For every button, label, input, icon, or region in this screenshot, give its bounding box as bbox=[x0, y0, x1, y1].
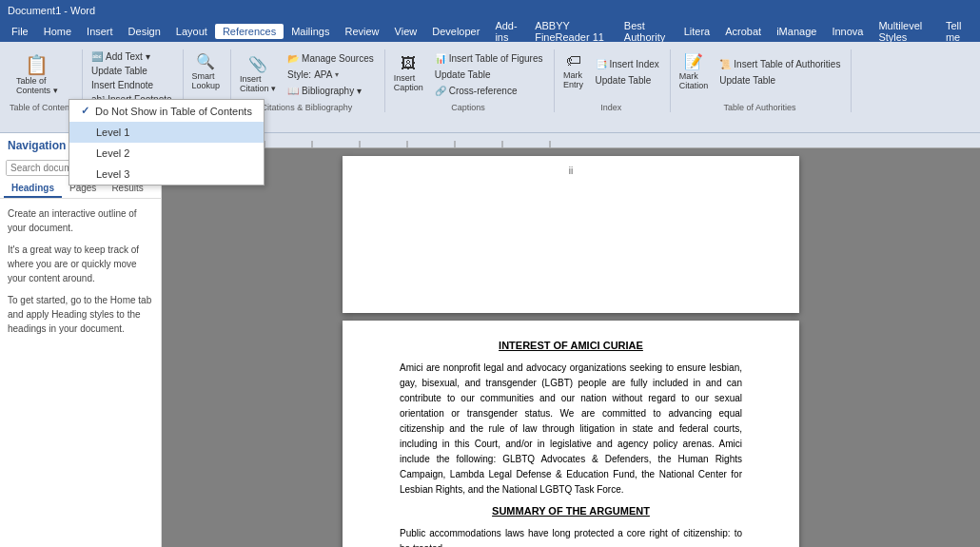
citations-right-col: 📂 Manage Sources Style: APA ▾ 📖 Bibliogr… bbox=[283, 51, 379, 98]
page-1-number: ii bbox=[343, 156, 799, 186]
insert-table-of-authorities-button[interactable]: 📜 Insert Table of Authorities bbox=[715, 57, 845, 71]
index-group-label: Index bbox=[559, 101, 664, 112]
nav-hint-2: It's a great way to keep track of where … bbox=[8, 243, 153, 285]
update-table-index-button[interactable]: Update Table bbox=[591, 73, 664, 88]
menu-view[interactable]: View bbox=[387, 24, 425, 39]
insert-endnote-button[interactable]: Insert Endnote bbox=[87, 78, 158, 92]
title-text: Document1 - Word bbox=[8, 5, 95, 16]
toc-group-label: Table of Contents bbox=[10, 101, 76, 112]
menu-acrobat[interactable]: Acrobat bbox=[717, 24, 769, 39]
section1-text: Amici are nonprofit legal and advocacy o… bbox=[400, 361, 742, 498]
style-value: APA bbox=[314, 69, 332, 80]
menu-multilevel[interactable]: Multilevel Styles bbox=[871, 18, 938, 45]
tab-headings[interactable]: Headings bbox=[4, 180, 62, 198]
insert-index-icon: 📑 bbox=[596, 59, 607, 69]
table-of-contents-button[interactable]: 📋 Table ofContents ▾ bbox=[10, 49, 65, 99]
pages-container: ii INTEREST OF AMICI CURIAE Amici are no… bbox=[162, 148, 980, 547]
toc-icon: 📋 bbox=[25, 53, 49, 76]
page-2: INTEREST OF AMICI CURIAE Amici are nonpr… bbox=[343, 321, 799, 547]
nav-hint-1: Create an interactive outline of your do… bbox=[8, 206, 153, 235]
section2-title: SUMMARY OF THE ARGUMENT bbox=[400, 505, 742, 517]
toc-row: 📋 Table ofContents ▾ bbox=[10, 49, 65, 99]
left-panel: Navigation 🔍 Headings Pages Results Crea… bbox=[0, 133, 162, 547]
update-table-captions-button[interactable]: Update Table bbox=[430, 68, 548, 82]
insert-authorities-icon: 📜 bbox=[719, 59, 731, 69]
document-area[interactable]: ii INTEREST OF AMICI CURIAE Amici are no… bbox=[162, 133, 980, 547]
style-selector[interactable]: Style: APA ▾ bbox=[283, 68, 379, 82]
menu-review[interactable]: Review bbox=[338, 24, 387, 39]
menu-home[interactable]: Home bbox=[36, 24, 79, 39]
mark-entry-button[interactable]: 🏷 MarkEntry bbox=[559, 49, 589, 92]
smart-lookup-label: SmartLookup bbox=[192, 71, 221, 90]
menu-imanage[interactable]: iManage bbox=[769, 24, 824, 39]
menu-litera[interactable]: Litera bbox=[676, 24, 718, 39]
nav-hint-3: To get started, go to the Home tab and a… bbox=[8, 293, 153, 336]
bibliography-icon: 📖 bbox=[287, 86, 299, 96]
footnotes-row1: 🔤 Add Text ▾ bbox=[87, 49, 155, 64]
main-layout: Navigation 🔍 Headings Pages Results Crea… bbox=[0, 133, 980, 547]
menu-abbyy[interactable]: ABBYY FineReader 11 bbox=[527, 18, 617, 45]
footnotes-row2: Update Table bbox=[87, 64, 152, 78]
smart-lookup-button[interactable]: 🔍 SmartLookup bbox=[187, 49, 225, 93]
update-table-footnotes-button[interactable]: Update Table bbox=[87, 64, 152, 78]
insert-endnote-label: Insert Endnote bbox=[91, 80, 153, 90]
manage-sources-label: Manage Sources bbox=[302, 53, 374, 64]
mark-entry-label: MarkEntry bbox=[563, 70, 583, 89]
ribbon-content: 📋 Table ofContents ▾ Table of Contents 🔤… bbox=[4, 46, 976, 132]
mark-citation-icon: 📝 bbox=[684, 52, 703, 70]
mark-citation-label: MarkCitation bbox=[679, 71, 709, 90]
insert-citation-button[interactable]: 📎 InsertCitation ▾ bbox=[235, 52, 281, 96]
dropdown-item-no-show[interactable]: Do Not Show in Table of Contents bbox=[69, 100, 264, 122]
toc-label: Table ofContents ▾ bbox=[16, 76, 58, 95]
ribbon-group-authorities: 📝 MarkCitation 📜 Insert Table of Authori… bbox=[673, 49, 853, 112]
cross-reference-button[interactable]: 🔗 Cross-reference bbox=[430, 84, 548, 98]
section1-title: INTEREST OF AMICI CURIAE bbox=[400, 340, 742, 351]
authorities-row1: 📝 MarkCitation 📜 Insert Table of Authori… bbox=[675, 49, 846, 93]
menu-insert[interactable]: Insert bbox=[79, 24, 121, 39]
menu-best-authority[interactable]: Best Authority bbox=[617, 18, 676, 45]
menu-layout[interactable]: Layout bbox=[168, 24, 215, 39]
menu-design[interactable]: Design bbox=[121, 24, 168, 39]
cross-reference-icon: 🔗 bbox=[435, 86, 446, 96]
bibliography-button[interactable]: 📖 Bibliography ▾ bbox=[283, 84, 379, 98]
menu-tell-me[interactable]: Tell me bbox=[938, 18, 976, 45]
nav-content: Create an interactive outline of your do… bbox=[0, 199, 161, 351]
insert-index-button[interactable]: 📑 Insert Index bbox=[591, 57, 664, 71]
insert-citation-label: InsertCitation ▾ bbox=[240, 74, 276, 93]
add-text-button[interactable]: 🔤 Add Text ▾ bbox=[87, 49, 155, 64]
update-table-authorities-button[interactable]: Update Table bbox=[715, 73, 845, 88]
ruler bbox=[162, 133, 980, 148]
ruler-marks bbox=[169, 133, 980, 147]
insert-table-figures-label: Insert Table of Figures bbox=[449, 53, 543, 64]
ribbon-group-captions: 🖼 InsertCaption 📊 Insert Table of Figure… bbox=[387, 49, 555, 112]
manage-sources-button[interactable]: 📂 Manage Sources bbox=[283, 51, 379, 66]
manage-sources-icon: 📂 bbox=[287, 53, 299, 64]
dropdown-item-level2[interactable]: Level 2 bbox=[69, 143, 264, 164]
citation-icon: 📎 bbox=[248, 55, 267, 73]
captions-group-label: Captions bbox=[389, 101, 548, 112]
menu-developer[interactable]: Developer bbox=[424, 24, 487, 39]
ribbon: 📋 Table ofContents ▾ Table of Contents 🔤… bbox=[0, 42, 980, 133]
menu-innova[interactable]: Innova bbox=[824, 24, 871, 39]
insert-caption-button[interactable]: 🖼 InsertCaption bbox=[389, 52, 428, 95]
update-table-captions-label: Update Table bbox=[435, 69, 491, 80]
insert-authorities-label: Insert Table of Authorities bbox=[734, 59, 840, 69]
citations-row1: 📎 InsertCitation ▾ 📂 Manage Sources Styl… bbox=[235, 49, 379, 98]
ruler-track bbox=[169, 133, 980, 147]
captions-right-col: 📊 Insert Table of Figures Update Table 🔗… bbox=[430, 51, 548, 98]
dropdown-item-level1[interactable]: Level 1 bbox=[69, 122, 264, 143]
menu-file[interactable]: File bbox=[4, 24, 36, 39]
caption-icon: 🖼 bbox=[401, 55, 416, 72]
menu-addins[interactable]: Add-ins bbox=[487, 18, 527, 45]
dropdown-item-level3[interactable]: Level 3 bbox=[69, 164, 264, 185]
style-label: Style: bbox=[287, 69, 311, 80]
footnotes-row3: Insert Endnote bbox=[87, 78, 158, 92]
style-arrow: ▾ bbox=[335, 70, 339, 79]
menu-mailings[interactable]: Mailings bbox=[284, 24, 337, 39]
insert-table-figures-icon: 📊 bbox=[435, 53, 446, 64]
add-text-dropdown: Do Not Show in Table of Contents Level 1… bbox=[69, 99, 265, 186]
insert-table-of-figures-button[interactable]: 📊 Insert Table of Figures bbox=[430, 51, 548, 66]
mark-citation-button[interactable]: 📝 MarkCitation bbox=[675, 49, 714, 93]
insert-caption-label: InsertCaption bbox=[394, 73, 423, 92]
menu-references[interactable]: References bbox=[215, 24, 284, 39]
